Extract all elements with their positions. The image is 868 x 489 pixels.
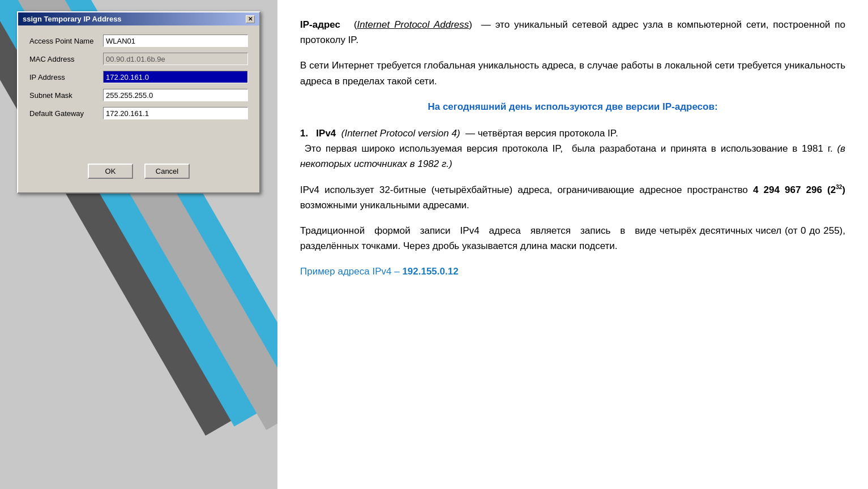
form-row-access-point: Access Point Name — [29, 35, 248, 47]
term-ip-english: Internet Protocol Address — [357, 19, 469, 30]
dialog-title: ssign Temporary IP Address — [23, 15, 122, 23]
heading-versions: На сегодняшний день используются две вер… — [300, 99, 845, 114]
ipv4-year-note: (в некоторых источниках в 1982 г.) — [300, 143, 845, 169]
label-subnet: Subnet Mask — [29, 91, 103, 100]
form-row-subnet: Subnet Mask — [29, 89, 248, 101]
label-access-point: Access Point Name — [29, 37, 103, 45]
form-row-ip: IP Address — [29, 71, 248, 83]
term-ip: IP-адрес — [300, 19, 340, 30]
dialog-close-button[interactable]: ✕ — [246, 15, 255, 23]
content-area: IP-адрес (Internet Protocol Address) — э… — [277, 0, 868, 489]
dialog-buttons: OK Cancel — [29, 159, 248, 181]
section-ipv4-heading: 1. IPv4 (Internet Protocol version 4) — … — [300, 126, 845, 172]
paragraph-2: В сети Интернет требуется глобальная уни… — [300, 58, 845, 88]
dialog-assign-ip: ssign Temporary IP Address ✕ Access Poin… — [17, 11, 260, 194]
input-access-point[interactable] — [103, 35, 248, 47]
paragraph-1: IP-адрес (Internet Protocol Address) — э… — [300, 17, 845, 48]
label-ip: IP Address — [29, 73, 103, 82]
input-gateway[interactable] — [103, 107, 248, 119]
example-address: 192.155.0.12 — [402, 266, 458, 277]
form-row-mac: MAC Address — [29, 53, 248, 65]
input-subnet[interactable] — [103, 89, 248, 101]
paragraph-ipv4-bits: IPv4 использует 32-битные (четырёхбайтны… — [300, 182, 845, 213]
ok-button[interactable]: OK — [88, 164, 133, 179]
input-ip[interactable] — [103, 71, 248, 83]
example-label: Пример адреса IPv4 – 192.155.0.12 — [300, 266, 459, 277]
address-count: 4 294 967 296 (232) — [753, 185, 845, 195]
paragraph-traditional: Традиционной формой записи IPv4 адреса я… — [300, 223, 845, 254]
ipv4-full-name: (Internet Protocol version 4) — [341, 128, 460, 139]
input-mac — [103, 53, 248, 65]
label-gateway: Default Gateway — [29, 109, 103, 118]
num-1: 1. IPv4 — [300, 128, 336, 139]
paragraph-example: Пример адреса IPv4 – 192.155.0.12 — [300, 264, 845, 279]
label-mac: MAC Address — [29, 55, 103, 63]
cancel-button[interactable]: Cancel — [144, 164, 190, 179]
form-row-gateway: Default Gateway — [29, 107, 248, 119]
dialog-body: Access Point Name MAC Address IP Address… — [18, 25, 259, 192]
dialog-titlebar: ssign Temporary IP Address ✕ — [18, 12, 259, 25]
